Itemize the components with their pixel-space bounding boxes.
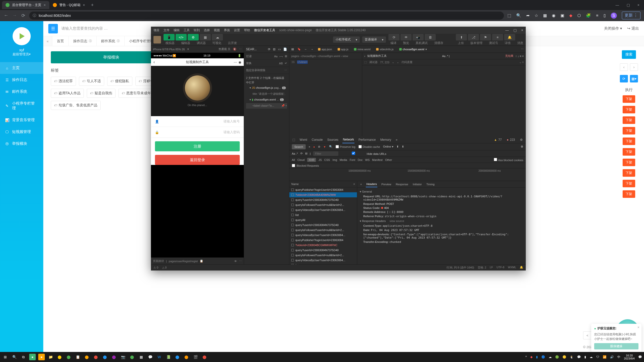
upload-button[interactable]: ⬆ [456, 34, 467, 40]
type-chip[interactable]: Img [333, 158, 337, 161]
problem-count[interactable]: 77, 223 [380, 61, 389, 64]
clear-icon[interactable]: ⊘ [318, 145, 320, 148]
response-headers-section[interactable]: Response Headers view source [360, 218, 523, 224]
taskbar-app[interactable]: ⬤ [102, 354, 108, 360]
unshelf-button[interactable]: 下架 [623, 159, 635, 166]
net-tab[interactable]: Sources [327, 137, 339, 143]
upload-icon[interactable]: ⬆ [396, 145, 399, 148]
tray-icon[interactable]: 🔵 [541, 355, 545, 359]
menu-item[interactable]: 项目 [153, 28, 159, 32]
refresh-icon[interactable]: ⟳ [268, 48, 270, 51]
maximize-icon[interactable]: ▢ [513, 28, 517, 32]
tab-oplog[interactable]: 操作日志ⓧ [69, 36, 97, 46]
tag-item[interactable]: 违法犯罪 [51, 77, 76, 86]
test-button[interactable]: ⚑ [480, 34, 491, 40]
request-row[interactable]: queryIsFollowed?userId=null&fanId=2... [289, 202, 357, 207]
request-row[interactable]: ?videoId=230804BA409MNZMW [289, 192, 357, 197]
unshelf-button[interactable]: 下架 [623, 190, 635, 198]
visual-button[interactable]: ▦ [200, 34, 211, 40]
request-row[interactable]: queryPublisher?loginUserId=23063084 [289, 238, 357, 243]
net-timeline[interactable]: 1000000000000 ms 1500000000000 ms 200000… [289, 168, 526, 181]
menu-item[interactable]: 界面 [224, 28, 230, 32]
taskbar-app[interactable]: ⬤ [201, 354, 208, 360]
sidebar-item-video[interactable]: 🖵短视频管理 [0, 126, 43, 138]
back-icon[interactable]: ← [304, 48, 307, 51]
hide-urls-checkbox[interactable]: Hide data URLs [341, 152, 386, 155]
user-avatar[interactable] [153, 36, 161, 43]
maximize-icon[interactable]: ▢ [627, 3, 630, 7]
menu-toggle-button[interactable]: ☰ [48, 24, 58, 33]
taskbar-app[interactable]: 📗 [165, 354, 172, 360]
type-chip[interactable]: CSS [324, 158, 330, 161]
file-tab[interactable]: videoInfo.js [375, 46, 395, 52]
wifi-icon[interactable]: 📶 [603, 355, 607, 359]
next-button[interactable]: › [630, 63, 638, 71]
net-tab[interactable]: Performance [358, 137, 376, 143]
simulator-button[interactable]: 📱 [164, 34, 175, 40]
request-row[interactable]: list [289, 263, 357, 264]
menu-item[interactable]: 帮助 [244, 28, 250, 32]
unshelf-button[interactable]: 下架 [623, 148, 635, 156]
tray-icon[interactable]: ☁ [549, 355, 552, 359]
close-icon[interactable]: ⓧ [89, 39, 92, 43]
filter-input[interactable] [313, 151, 338, 156]
taskbar-app[interactable]: ⬤ [129, 354, 135, 360]
unshelf-button[interactable]: 下架 [623, 127, 635, 134]
logout-link[interactable]: ↪ 退出 [627, 26, 639, 31]
error-count[interactable]: ● 223 [506, 137, 516, 143]
debugger-button[interactable]: ⚙ [188, 34, 199, 40]
sidebar-item-bgm[interactable]: 📊背景音乐管理 [0, 114, 43, 126]
capsule-buttons[interactable]: ⋯◉ [234, 60, 241, 64]
taskbar-app[interactable]: 📁 [47, 354, 54, 360]
warning-count[interactable]: ▲ 77 [494, 137, 503, 143]
username-field[interactable]: 👤请输入账号 [151, 116, 244, 127]
taskbar-app[interactable]: 🎬 [192, 354, 199, 360]
taskbar-app[interactable]: ⬤ [56, 354, 63, 360]
compile-select[interactable]: 普通编译▾ [362, 36, 386, 43]
unshelf-button[interactable]: 下架 [623, 180, 635, 187]
eye-icon[interactable]: 👁 [234, 260, 237, 263]
blocked-cookies-checkbox[interactable]: Has blocked cookies [494, 158, 523, 162]
menu-item[interactable]: 选择 [204, 28, 210, 32]
page-prev[interactable]: < [583, 331, 592, 339]
tray-icon[interactable]: 💬 [577, 355, 581, 359]
search-match[interactable]: title: '请选择一个滤镜模板', [246, 91, 287, 97]
more-icon[interactable]: ⋯ [239, 48, 242, 51]
tray-icon[interactable]: ☁ [590, 355, 593, 359]
password-field[interactable]: 🔒请输入密码 [151, 127, 244, 138]
file-tab[interactable]: chooseBgm.wxml × [398, 46, 428, 52]
type-chip[interactable]: Media [340, 158, 347, 161]
refresh-button[interactable]: ⟳ [620, 75, 628, 82]
menu-item[interactable]: 微信开发者工具 [254, 28, 275, 32]
taskbar-app[interactable]: 💬 [147, 354, 153, 360]
details-button[interactable]: ≡ [492, 34, 503, 40]
net-tab[interactable]: Wxml [299, 137, 308, 143]
mode-select[interactable]: 小程序模式▾ [333, 36, 360, 43]
cloud-button[interactable]: ☁ [212, 34, 223, 40]
type-chip[interactable]: Font [350, 158, 355, 161]
taskbar-app[interactable]: ▦ [138, 354, 144, 360]
taskbar-app[interactable]: ⬤ [174, 354, 181, 360]
sidebar-toggle-icon[interactable]: ▤ [291, 48, 294, 51]
page-path[interactable]: pages/userRegist/regist [169, 260, 198, 263]
search-button[interactable]: Search [292, 144, 306, 149]
minimize-icon[interactable]: — [616, 3, 619, 7]
task-view-icon[interactable]: ⧉ [20, 354, 27, 360]
tab-scroll-left[interactable]: « [43, 36, 52, 46]
clock[interactable]: 16:202023/8/4 [624, 354, 635, 360]
unshelf-button[interactable]: 下架 [623, 138, 635, 145]
close-search-icon[interactable]: × [309, 145, 310, 148]
filter-icon[interactable]: ▼ [323, 145, 326, 148]
search-match[interactable]: <label class="lo... 📌 × [246, 103, 287, 109]
tray-icon[interactable]: 🟢 [555, 355, 559, 359]
sidebar-item-mail[interactable]: ✉邮件系统 [0, 86, 43, 98]
ext-icon[interactable]: ⬡ [577, 13, 581, 18]
back-icon[interactable]: ‹ [153, 60, 155, 64]
detail-tab[interactable]: Initiator [412, 182, 422, 187]
back-icon[interactable]: ← [4, 13, 9, 18]
menu-item[interactable]: 设置 [234, 28, 240, 32]
columns-button[interactable]: ▦▾ [630, 75, 638, 82]
ext-icon[interactable]: ◉ [552, 13, 555, 18]
menu-item[interactable]: 文件 [164, 28, 170, 32]
unshelf-button[interactable]: 下架 [623, 169, 635, 177]
